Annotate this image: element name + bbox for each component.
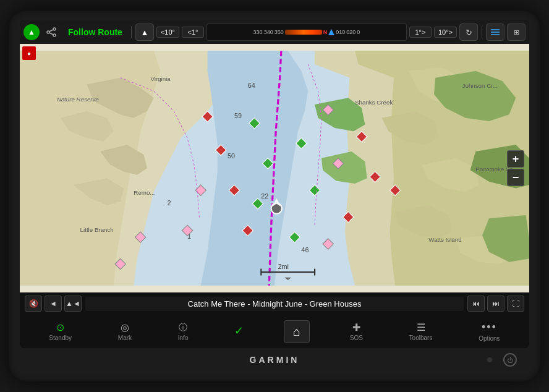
garmin-logo: GARMIN — [250, 355, 300, 365]
map-svg: 64 59 50 22 46 1 2 — [20, 44, 529, 292]
mark-icon: ◎ — [121, 322, 129, 333]
fullscreen-icon: ⛶ — [512, 299, 519, 308]
svg-text:59: 59 — [234, 112, 242, 119]
mark-label: Mark — [118, 334, 132, 341]
compass-scale-bar — [285, 30, 322, 35]
bottom-nav: ⊙ Standby ◎ Mark ⓘ Info ✓ ⌂ ✚ SOS — [20, 315, 529, 348]
svg-text:Johnson Cr...: Johnson Cr... — [462, 82, 498, 89]
media-title: Catch Me There - Midnight June - Green H… — [85, 297, 464, 311]
nav-home[interactable]: ⌂ — [284, 320, 310, 343]
follow-route-label: Follow Route — [68, 27, 122, 37]
home-icon: ⌂ — [293, 325, 300, 339]
svg-text:22: 22 — [261, 192, 268, 200]
svg-text:Virginia: Virginia — [150, 75, 171, 82]
mute-icon: 🔇 — [29, 299, 38, 308]
layers-button[interactable] — [486, 23, 504, 41]
angle-lt10[interactable]: <10° — [156, 27, 179, 38]
mute-button[interactable]: 🔇 — [25, 296, 42, 312]
svg-text:46: 46 — [301, 246, 309, 254]
sos-label: SOS — [350, 334, 363, 341]
heading-up-btn[interactable]: ▲ — [135, 23, 154, 41]
svg-point-2 — [53, 34, 56, 36]
svg-text:2: 2 — [168, 199, 171, 207]
angle-1[interactable]: 1°> — [409, 27, 432, 38]
fullscreen-button[interactable]: ⛶ — [507, 296, 524, 312]
standby-label: Standby — [49, 334, 72, 341]
nav-toolbars[interactable]: ☰ Toolbars — [403, 319, 439, 344]
volume-down-icon: ◄ — [49, 299, 57, 308]
nav-mark[interactable]: ◎ Mark — [112, 319, 138, 344]
sos-icon: ✚ — [352, 322, 360, 333]
next-track-icon: ⏭ — [492, 299, 500, 308]
svg-text:50: 50 — [228, 152, 235, 160]
prev-track-button[interactable]: ⏮ — [467, 296, 485, 312]
volume-controls: 🔇 ◄ ▲◄ — [25, 296, 82, 312]
nav-icon[interactable]: ▲ — [23, 24, 40, 40]
volume-up-icon: ▲◄ — [66, 299, 80, 308]
toolbars-icon: ☰ — [417, 322, 425, 333]
svg-text:2mi: 2mi — [278, 263, 288, 270]
svg-text:Little Branch: Little Branch — [80, 226, 114, 233]
top-toolbar: ▲ Follow Route ▲ <10° <1° — [20, 20, 529, 44]
device-frame: ▲ Follow Route ▲ <10° <1° — [9, 11, 540, 381]
divider — [131, 26, 132, 38]
svg-point-37 — [271, 203, 282, 213]
red-indicator: ● — [22, 46, 36, 60]
info-label: Info — [178, 334, 189, 341]
active-icon: ✓ — [234, 324, 244, 338]
screen: ▲ Follow Route ▲ <10° <1° — [20, 20, 529, 348]
volume-up-button[interactable]: ▲◄ — [64, 296, 82, 312]
svg-line-3 — [49, 30, 53, 32]
standby-icon: ⊙ — [56, 322, 64, 333]
zoom-in-button[interactable]: + — [507, 150, 524, 168]
svg-point-0 — [53, 28, 56, 30]
north-indicator: N — [323, 29, 328, 35]
track-controls: ⏮ ⏭ ⛶ — [467, 296, 524, 312]
nav-info[interactable]: ⓘ Info — [172, 320, 195, 344]
device-bottom: GARMIN ⏻ — [20, 348, 529, 372]
svg-point-1 — [47, 31, 49, 33]
svg-text:Shanks Creek: Shanks Creek — [355, 99, 393, 106]
prev-track-icon: ⏮ — [472, 299, 480, 308]
nav-standby[interactable]: ⊙ Standby — [43, 319, 78, 344]
nav-active[interactable]: ✓ — [228, 322, 250, 341]
compass-bar: 330 340 350 N 010 020 0 — [206, 23, 407, 41]
zoom-out-button[interactable]: − — [507, 169, 524, 186]
zoom-controls: + − — [507, 150, 524, 186]
volume-down-button[interactable]: ◄ — [45, 296, 62, 312]
divider2 — [482, 26, 482, 38]
svg-line-4 — [49, 33, 53, 35]
nav-sos[interactable]: ✚ SOS — [344, 319, 369, 344]
svg-text:Nature Reserve: Nature Reserve — [57, 96, 100, 103]
options-label: Options — [479, 335, 500, 342]
heading-arrow — [328, 29, 334, 35]
status-dot — [487, 357, 492, 362]
angle-10[interactable]: 10°> — [434, 27, 457, 38]
angle-lt1[interactable]: <1° — [182, 27, 204, 38]
next-track-button[interactable]: ⏭ — [487, 296, 504, 312]
media-bar: 🔇 ◄ ▲◄ Catch Me There - Midnight June - … — [20, 292, 529, 315]
options-icon: ••• — [482, 321, 497, 334]
svg-text:Watts Island: Watts Island — [428, 236, 461, 243]
follow-route-button[interactable]: Follow Route — [63, 25, 127, 40]
info-icon: ⓘ — [179, 322, 187, 333]
toolbars-label: Toolbars — [409, 334, 433, 341]
map-area[interactable]: 64 59 50 22 46 1 2 — [20, 44, 529, 292]
share-button[interactable] — [42, 23, 61, 41]
svg-text:Remo...: Remo... — [134, 189, 155, 196]
power-button[interactable]: ⏻ — [503, 353, 517, 367]
svg-text:64: 64 — [248, 82, 255, 89]
grid-button[interactable]: ⊞ — [507, 23, 526, 41]
refresh-button[interactable]: ↻ — [459, 23, 478, 41]
nav-options[interactable]: ••• Options — [472, 318, 506, 344]
